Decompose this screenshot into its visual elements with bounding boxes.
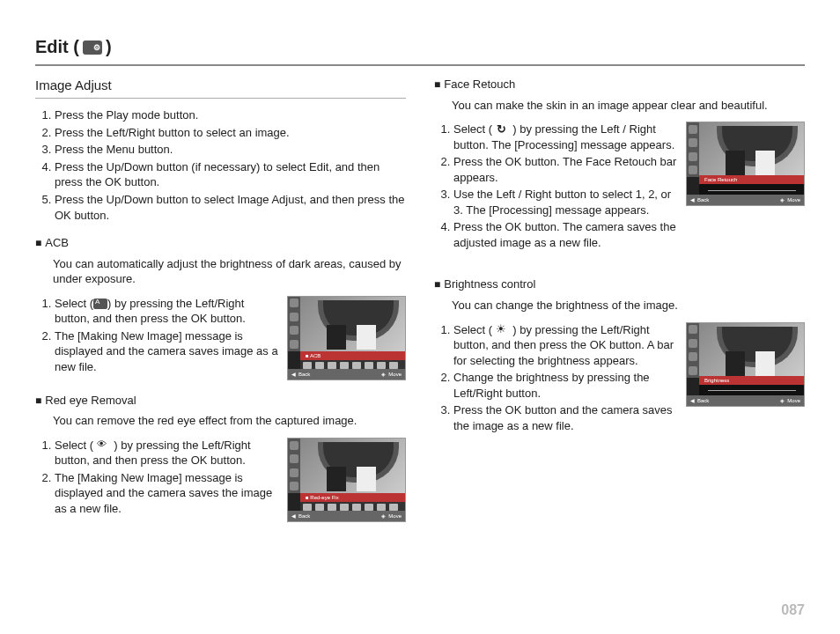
page-title: Edit ( ): [35, 35, 805, 66]
screen-photo: [300, 297, 405, 351]
screen-side-icons: [288, 297, 300, 351]
screen-move-label: ◈ Move: [780, 196, 800, 203]
brightness-screen-preview: Brightness ◀ Back ◈ Move: [686, 322, 805, 407]
square-bullet-icon: ■: [434, 78, 440, 91]
brightness-description: You can change the brightness of the ima…: [434, 298, 805, 313]
screen-bottom-bar: ◀ Back ◈ Move: [288, 511, 405, 521]
face-description: You can make the skin in an image appear…: [434, 98, 805, 114]
acb-step: Select () by pressing the Left/Right but…: [55, 296, 280, 327]
acb-step: The [Making New Image] message is displa…: [55, 328, 280, 375]
redeye-heading: ■Red eye Removal: [35, 393, 406, 409]
screen-photo: [300, 439, 405, 493]
face-heading: ■Face Retouch: [434, 77, 805, 92]
square-bullet-icon: ■: [35, 394, 41, 407]
screen-mode-label: ■ ACB: [300, 351, 405, 360]
screen-photo: [699, 122, 804, 177]
redeye-description: You can remove the red eye effect from t…: [35, 413, 406, 429]
face-step: Press the OK button. The Face Retouch ba…: [453, 154, 679, 185]
screen-side-icons: [687, 122, 699, 177]
intro-step: Press the Up/Down button to select Image…: [55, 192, 406, 223]
screen-mode-label: Brightness: [699, 376, 804, 385]
acb-steps: Select () by pressing the Left/Right but…: [35, 296, 280, 377]
acb-heading: ■ACB: [35, 235, 406, 251]
brightness-block: Select ( ) by pressing the Left/Right bu…: [434, 322, 805, 436]
screen-move-label: ◈ Move: [381, 371, 402, 378]
acb-icon: [93, 299, 107, 309]
face-steps: Select ( ) by pressing the Left / Right …: [434, 122, 679, 252]
page-number: 087: [781, 601, 805, 620]
square-bullet-icon: ■: [35, 237, 41, 249]
face-step: Select ( ) by pressing the Left / Right …: [453, 122, 679, 152]
screen-back-label: ◀ Back: [291, 512, 310, 520]
intro-step: Press the Up/Down button (if necessary) …: [55, 159, 406, 190]
brightness-icon: [496, 325, 510, 335]
face-screen-preview: Face Retouch ◀ Back ◈ Move: [686, 122, 805, 206]
right-column: ■Face Retouch You can make the skin in a…: [434, 77, 805, 531]
brightness-heading: ■Brightness control: [434, 276, 805, 292]
screen-back-label: ◀ Back: [291, 371, 310, 378]
square-bullet-icon: ■: [434, 278, 440, 291]
screen-bottom-bar: ◀ Back ◈ Move: [288, 369, 405, 380]
screen-side-icons: [288, 439, 300, 493]
screen-mode-label: Face Retouch: [699, 175, 804, 184]
redeye-steps: Select ( ) by pressing the Left/Right bu…: [35, 438, 280, 519]
title-prefix: Edit (: [35, 35, 79, 59]
intro-step: Press the Play mode button.: [55, 107, 406, 123]
brightness-step: Select ( ) by pressing the Left/Right bu…: [453, 322, 679, 369]
screen-photo: [699, 323, 804, 378]
intro-step: Press the Menu button.: [55, 142, 406, 158]
redeye-screen-preview: ■ Red-eye Fix ◀ Back ◈ Move: [287, 438, 406, 522]
redeye-block: Select ( ) by pressing the Left/Right bu…: [35, 438, 406, 522]
screen-move-label: ◈ Move: [381, 512, 402, 520]
screen-back-label: ◀ Back: [690, 196, 709, 203]
acb-description: You can automatically adjust the brightn…: [35, 256, 406, 287]
screen-move-label: ◈ Move: [780, 397, 800, 404]
screen-back-label: ◀ Back: [690, 397, 709, 404]
content-columns: Image Adjust Press the Play mode button.…: [35, 77, 805, 531]
redeye-icon: [97, 440, 111, 451]
brightness-steps: Select ( ) by pressing the Left/Right bu…: [434, 322, 679, 436]
redeye-step: Select ( ) by pressing the Left/Right bu…: [55, 438, 280, 468]
screen-mode-label: ■ Red-eye Fix: [300, 493, 405, 502]
screen-side-icons: [687, 323, 699, 378]
intro-steps-list: Press the Play mode button. Press the Le…: [35, 107, 406, 223]
edit-mode-icon: [83, 41, 102, 55]
acb-screen-preview: ■ ACB ◀ Back ◈ Move: [287, 296, 406, 380]
brightness-step: Press the OK button and the camera saves…: [453, 402, 679, 433]
title-suffix: ): [106, 35, 112, 59]
redeye-step: The [Making New Image] message is displa…: [55, 470, 280, 517]
brightness-step: Change the brightness by pressing the Le…: [453, 370, 679, 401]
screen-bottom-bar: ◀ Back ◈ Move: [687, 195, 804, 205]
face-step: Press the OK button. The camera saves th…: [453, 219, 679, 250]
face-block: Select ( ) by pressing the Left / Right …: [434, 122, 805, 252]
face-retouch-icon: [496, 125, 510, 136]
intro-step: Press the Left/Right button to select an…: [55, 125, 406, 141]
left-column: Image Adjust Press the Play mode button.…: [35, 77, 406, 531]
screen-bottom-bar: ◀ Back ◈ Move: [687, 395, 804, 406]
face-step: Use the Left / Right button to select 1,…: [453, 187, 679, 217]
acb-block: Select () by pressing the Left/Right but…: [35, 296, 406, 380]
image-adjust-heading: Image Adjust: [35, 77, 406, 99]
